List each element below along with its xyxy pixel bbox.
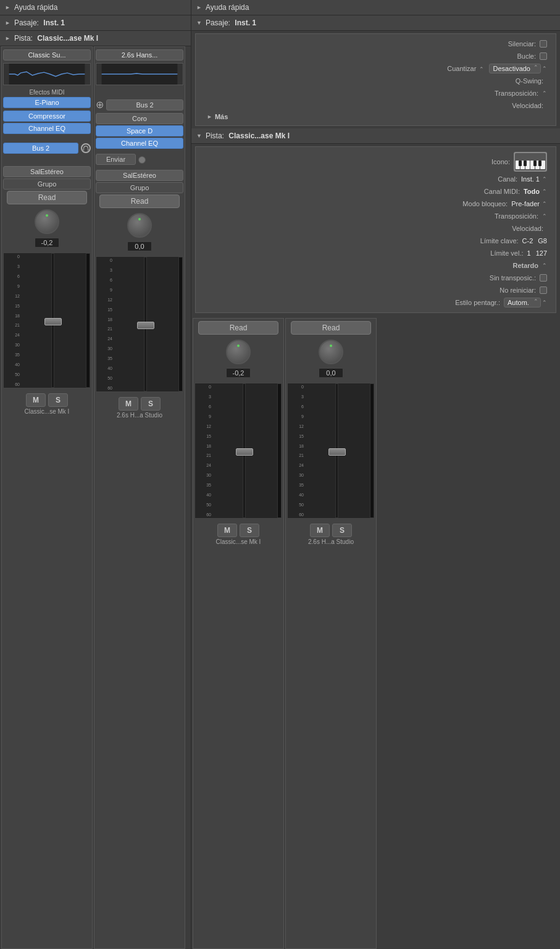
- left-ch2-plugin-spaced[interactable]: Space D: [96, 125, 183, 136]
- right-pista-triangle: [196, 133, 202, 139]
- svg-rect-12: [519, 161, 522, 166]
- right-no-reiniciar-checkbox[interactable]: [540, 286, 547, 294]
- left-ch1-group[interactable]: Grupo: [3, 178, 91, 190]
- right-limite-clave-row: Límite clave: C-2 G8: [202, 235, 550, 247]
- left-ch2-fader-thumb[interactable]: [137, 322, 154, 329]
- left-ch2-waveform: [96, 63, 183, 85]
- left-ch1-plugin-compressor[interactable]: Compressor: [3, 111, 91, 122]
- left-ch1-value[interactable]: -0,2: [35, 238, 59, 248]
- left-ch1-headphone: [81, 143, 91, 153]
- left-ayuda-rapida-header[interactable]: Ayuda rápida: [0, 0, 191, 15]
- left-ch2-pan-knob[interactable]: [127, 213, 152, 238]
- right-estilo-pentagr-row: Estilo pentagr.: Autom. ⌃: [202, 296, 550, 309]
- left-ch1-fader-area[interactable]: 0 3 6 9 12 15 18 21 24 30 35 40 50 60: [3, 253, 91, 388]
- left-ch1-read[interactable]: Read: [7, 191, 88, 204]
- right-ch2-value[interactable]: 0,0: [319, 368, 343, 378]
- right-ch1-knob-dot: [237, 345, 240, 347]
- right-ch2-fader-thumb[interactable]: [328, 448, 346, 456]
- right-ch2-fader-area[interactable]: 0 3 6 9 12 15 18 21 24 30 35 40 50 60: [287, 383, 375, 519]
- left-ch2-fader-area[interactable]: 0 3 6 9 12 15 18 21 24 30 35 40 50 60: [96, 256, 183, 392]
- left-ch1-name[interactable]: Classic Su...: [3, 49, 91, 61]
- left-ch1-bottom-label: Classic...se Mk I: [3, 408, 91, 415]
- left-ch2-plugin-coro[interactable]: Coro: [96, 113, 183, 124]
- right-silenciar-label: Silenciar:: [508, 40, 536, 48]
- right-ch2-knob-container: [316, 337, 346, 367]
- left-ch1-plugin-channeleq[interactable]: Channel EQ: [3, 123, 91, 134]
- right-silenciar-checkbox[interactable]: [540, 40, 547, 48]
- right-velocidad-row: Velocidad:: [202, 99, 550, 112]
- left-ch2-solo[interactable]: S: [141, 397, 161, 411]
- right-pasaje-header[interactable]: Pasaje: Inst. 1: [191, 15, 560, 31]
- left-ch1-mute[interactable]: M: [26, 393, 46, 407]
- right-channel-2: Read 0,0 0 3 6 9 12 15 18: [285, 318, 377, 949]
- left-ch2-read[interactable]: Read: [99, 194, 180, 208]
- svg-rect-14: [533, 161, 537, 166]
- left-ch2-send[interactable]: Enviar: [96, 154, 136, 165]
- left-ch1-ms-buttons: M S: [3, 393, 91, 407]
- left-ayuda-rapida-label: Ayuda rápida: [14, 3, 58, 12]
- left-ch2-fader-meter: [114, 257, 177, 391]
- right-ch2-knob-dot: [330, 345, 332, 347]
- right-ch2-pan-knob[interactable]: [319, 340, 343, 364]
- left-ch1-solo[interactable]: S: [48, 393, 68, 407]
- right-sin-transposic-checkbox[interactable]: [540, 274, 547, 282]
- left-ch2-bus[interactable]: Bus 2: [106, 99, 183, 111]
- left-pasaje-label: Pasaje: Inst. 1: [14, 19, 65, 27]
- svg-rect-0: [9, 64, 85, 85]
- right-pista-header[interactable]: Pista: Classic...ase Mk I: [191, 128, 560, 144]
- left-ch2-send-led: [138, 156, 146, 164]
- left-ch2-plugin-channeleq[interactable]: Channel EQ: [96, 138, 183, 149]
- left-ch2-group[interactable]: Grupo: [96, 182, 183, 193]
- right-ch2-read[interactable]: Read: [291, 321, 372, 335]
- right-ch1-value[interactable]: -0,2: [226, 368, 251, 378]
- left-ch2-mute[interactable]: M: [119, 397, 138, 411]
- right-pasaje-triangle: [196, 20, 202, 26]
- right-ch2-mute[interactable]: M: [310, 524, 330, 537]
- right-ch1-knob-container: [224, 337, 253, 367]
- svg-rect-2: [88, 149, 90, 151]
- right-piano-icon: [514, 152, 547, 172]
- right-ch2-solo[interactable]: S: [332, 524, 352, 537]
- right-icono-row: Icono:: [202, 151, 550, 173]
- right-estilo-pentagr-label: Estilo pentagr.:: [455, 299, 500, 306]
- right-cuantizar-dropdown[interactable]: Desactivado: [489, 64, 541, 73]
- left-ch1-pan-knob[interactable]: [35, 209, 59, 234]
- left-ch1-bus[interactable]: Bus 2: [3, 143, 78, 154]
- left-ch1-fader-thumb[interactable]: [44, 318, 62, 325]
- svg-rect-15: [538, 161, 541, 166]
- right-cuantizar-label: Cuantizar ⌃: [447, 65, 485, 72]
- right-bucle-label: Bucle:: [517, 52, 536, 60]
- right-ch1-fader-thumb[interactable]: [236, 448, 253, 456]
- left-pista-header[interactable]: Pista: Classic...ase Mk I: [0, 31, 191, 46]
- right-ayuda-rapida-header[interactable]: Ayuda rápida: [191, 0, 560, 15]
- left-ch1-stereo-out[interactable]: SalEstéreo: [3, 166, 91, 177]
- left-ch1-instrument[interactable]: E-Piano: [3, 97, 91, 108]
- left-ch2-name[interactable]: 2.6s Hans...: [96, 49, 183, 61]
- left-ch2-bottom-label: 2.6s H...a Studio: [96, 412, 183, 419]
- left-ch1-waveform: [3, 63, 91, 85]
- right-silenciar-row: Silenciar:: [202, 38, 550, 50]
- left-pasaje-header[interactable]: Pasaje: Inst. 1: [0, 15, 191, 31]
- right-estilo-pentagr-dropdown[interactable]: Autom.: [504, 298, 541, 307]
- right-mas-row[interactable]: ► Más: [202, 112, 550, 122]
- right-ch1-fader-area[interactable]: 0 3 6 9 12 15 18 21 24 30 35 40 50 60: [194, 383, 282, 519]
- right-ch1-read[interactable]: Read: [198, 321, 279, 335]
- left-ch2-fader-scale: 0 3 6 9 12 15 18 21 24 30 35 40 50 60: [96, 257, 114, 391]
- right-ch1-fader-scale: 0 3 6 9 12 15 18 21 24 30 35 40 50 60: [195, 383, 212, 518]
- right-qswing-row: Q-Swing:: [202, 75, 550, 87]
- left-ch2-value[interactable]: 0,0: [127, 241, 152, 251]
- right-transposicion-label: Transposición:: [495, 90, 538, 97]
- right-ch1-pan-knob[interactable]: [226, 340, 251, 364]
- left-ch2-knob-dot: [138, 218, 141, 220]
- left-channel-1: Classic Su... Efectos MIDI E-Piano Compr…: [1, 46, 93, 949]
- left-ch2-link-icon: ⊕: [96, 99, 104, 111]
- right-transposicion2-row: Transposición: ⌃: [202, 210, 550, 222]
- right-sin-transposic-row: Sin transposic.:: [202, 272, 550, 284]
- right-bucle-checkbox[interactable]: [540, 52, 547, 60]
- right-canal-midi-row: Canal MIDI: Todo ⌃: [202, 185, 550, 198]
- right-ch1-mute[interactable]: M: [217, 524, 237, 537]
- right-ch1-ms-buttons: M S: [194, 524, 282, 537]
- left-ch2-stereo-out[interactable]: SalEstéreo: [96, 170, 183, 181]
- left-ch2-ms-buttons: M S: [96, 397, 183, 411]
- right-ch1-solo[interactable]: S: [240, 524, 259, 537]
